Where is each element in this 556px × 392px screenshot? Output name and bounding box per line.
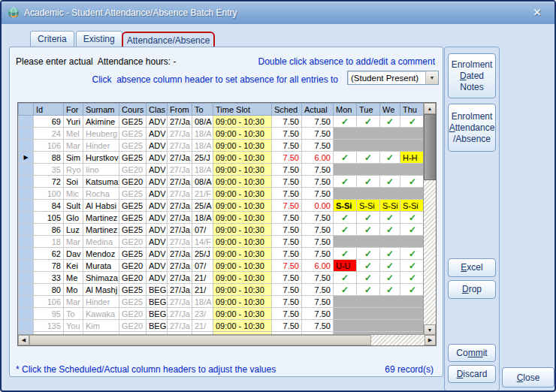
column-header-id[interactable]: Id [34, 104, 64, 116]
row-selector-cell[interactable] [19, 224, 34, 236]
absence-cell[interactable]: ✓ [334, 176, 357, 188]
cell-sched[interactable]: 7.50 [272, 128, 302, 140]
absence-cell[interactable]: ✓ [357, 176, 380, 188]
vertical-scroll-thumb[interactable] [424, 114, 436, 180]
cell-sched[interactable]: 7.50 [272, 224, 302, 236]
absence-cell[interactable]: ✓ [357, 212, 380, 224]
row-selector-cell[interactable] [19, 320, 34, 332]
absence-cell[interactable]: ✓ [380, 212, 400, 224]
column-header-time-slot[interactable]: Time Slot [213, 104, 272, 116]
column-header-from[interactable]: From [168, 104, 192, 116]
absence-cell[interactable]: ✓ [400, 176, 425, 188]
column-header-cours[interactable]: Cours [119, 104, 147, 116]
drop-button[interactable]: Drop [448, 280, 496, 299]
absence-cell[interactable]: S-Si [380, 200, 400, 212]
cell-actual[interactable]: 7.50 [302, 164, 334, 176]
row-selector-cell[interactable] [19, 176, 34, 188]
column-header-for[interactable]: For [64, 104, 83, 116]
cell-actual[interactable]: 7.50 [302, 248, 334, 260]
column-header-actual[interactable]: Actual [302, 104, 334, 116]
column-header-we[interactable]: We [380, 104, 400, 116]
cell-sched[interactable]: 7.50 [272, 140, 302, 152]
cell-sched[interactable]: 7.50 [272, 188, 302, 200]
close-icon[interactable]: ✕ [530, 6, 544, 20]
column-header-surnam[interactable]: Surnam [83, 104, 119, 116]
discard-button[interactable]: Discard [448, 365, 496, 383]
scroll-left-icon[interactable]: ◀ [18, 335, 29, 345]
absence-cell[interactable]: ✓ [334, 224, 357, 236]
absence-cell[interactable]: ✓ [380, 176, 400, 188]
absence-cell[interactable]: ✓ [380, 152, 400, 164]
chevron-down-icon[interactable]: ▼ [425, 71, 438, 84]
absence-cell[interactable]: ✓ [334, 272, 357, 284]
absence-cell[interactable]: ✓ [334, 248, 357, 260]
absence-cell[interactable]: ✓ [400, 272, 425, 284]
cell-sched[interactable]: 7.50 [272, 236, 302, 248]
cell-sched[interactable]: 7.50 [272, 152, 302, 164]
absence-type-dropdown[interactable]: (Student Present) ▼ [347, 71, 439, 85]
cell-actual[interactable]: 7.50 [302, 296, 334, 308]
row-selector-cell[interactable] [19, 128, 34, 140]
row-selector-cell[interactable] [19, 200, 34, 212]
absence-cell[interactable]: S-Si [357, 200, 380, 212]
row-selector-cell[interactable] [19, 188, 34, 200]
close-button[interactable]: Close [502, 367, 554, 387]
column-header-to[interactable]: To [192, 104, 213, 116]
absence-cell[interactable]: ✓ [380, 224, 400, 236]
absence-cell[interactable]: ✓ [357, 224, 380, 236]
absence-cell[interactable]: ✓ [380, 248, 400, 260]
absence-cell[interactable]: S-Si [334, 200, 357, 212]
cell-sched[interactable]: 7.50 [272, 116, 302, 128]
cell-sched[interactable]: 7.50 [272, 164, 302, 176]
column-header-mon[interactable]: Mon [334, 104, 357, 116]
absence-cell[interactable]: ✓ [380, 116, 400, 128]
cell-sched[interactable]: 7.50 [272, 296, 302, 308]
absence-cell[interactable]: ✓ [334, 152, 357, 164]
absence-cell[interactable]: ✓ [334, 212, 357, 224]
horizontal-scroll-thumb[interactable] [29, 335, 371, 345]
cell-sched[interactable]: 7.50 [272, 272, 302, 284]
enrolment-attendance-absence-button[interactable]: EnrolmentAttendance/Absence [448, 104, 496, 152]
absence-cell[interactable]: ✓ [380, 260, 400, 272]
cell-sched[interactable]: 7.50 [272, 212, 302, 224]
vertical-scrollbar[interactable]: ▲ ▼ [423, 103, 436, 336]
scroll-up-icon[interactable]: ▲ [424, 103, 436, 114]
title-bar[interactable]: Academic - Student Attendance/Absence Ba… [2, 2, 554, 24]
row-selector-cell[interactable]: ▶ [19, 152, 34, 164]
cell-sched[interactable]: 7.50 [272, 308, 302, 320]
row-selector-cell[interactable] [19, 248, 34, 260]
row-selector-header[interactable] [19, 104, 34, 116]
row-selector-cell[interactable] [19, 140, 34, 152]
cell-actual[interactable]: 7.50 [302, 284, 334, 296]
horizontal-scrollbar[interactable]: ◀ ▶ [18, 334, 436, 345]
tab-existing[interactable]: Existing [76, 31, 122, 48]
cell-sched[interactable]: 7.50 [272, 176, 302, 188]
row-selector-cell[interactable] [19, 308, 34, 320]
tab-criteria[interactable]: Criteria [30, 31, 74, 48]
absence-cell[interactable]: ✓ [400, 212, 425, 224]
absence-cell[interactable]: ✓ [357, 260, 380, 272]
cell-actual[interactable]: 7.50 [302, 272, 334, 284]
absence-cell[interactable]: ✓ [400, 224, 425, 236]
cell-actual[interactable]: 7.50 [302, 308, 334, 320]
cell-actual[interactable]: 7.50 [302, 188, 334, 200]
row-selector-cell[interactable] [19, 116, 34, 128]
cell-actual[interactable]: 7.50 [302, 176, 334, 188]
cell-sched[interactable]: 7.50 [272, 320, 302, 332]
row-selector-cell[interactable] [19, 284, 34, 296]
cell-actual[interactable]: 7.50 [302, 212, 334, 224]
commit-button[interactable]: Commit [448, 344, 496, 362]
absence-cell[interactable]: ✓ [400, 248, 425, 260]
column-header-tue[interactable]: Tue [357, 104, 380, 116]
enrolment-dated-notes-button[interactable]: EnrolmentDatedNotes [448, 53, 496, 98]
cell-actual[interactable]: 7.50 [302, 140, 334, 152]
column-header-sched[interactable]: Sched [272, 104, 302, 116]
cell-actual[interactable]: 7.50 [302, 224, 334, 236]
absence-cell[interactable]: ✓ [400, 260, 425, 272]
cell-actual[interactable]: 7.50 [302, 128, 334, 140]
absence-cell[interactable]: ✓ [380, 272, 400, 284]
cell-sched[interactable]: 7.50 [272, 260, 302, 272]
absence-cell[interactable]: S-Si [400, 200, 425, 212]
row-selector-cell[interactable] [19, 296, 34, 308]
cell-actual[interactable]: 7.50 [302, 320, 334, 332]
